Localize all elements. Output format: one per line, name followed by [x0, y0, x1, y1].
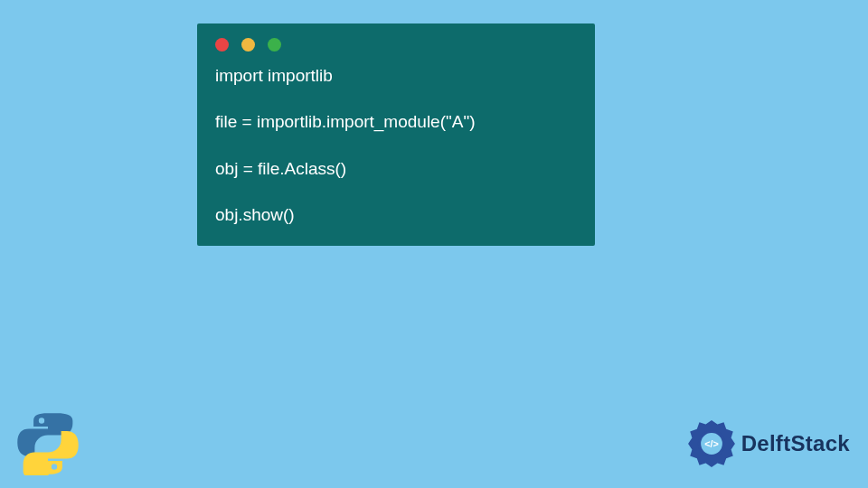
- python-icon: [16, 412, 80, 475]
- minimize-icon: [241, 38, 255, 52]
- code-line: obj.show(): [215, 205, 295, 224]
- window-titlebar: [215, 38, 577, 64]
- code-block: import importlib file = importlib.import…: [215, 64, 577, 226]
- close-icon: [215, 38, 229, 52]
- delftstack-icon: </>: [687, 419, 736, 468]
- code-line: import importlib: [215, 66, 333, 85]
- brand-name: DelftStack: [741, 431, 850, 456]
- code-line: file = importlib.import_module("A"): [215, 112, 476, 131]
- delftstack-brand: </> DelftStack: [687, 419, 850, 468]
- maximize-icon: [268, 38, 281, 52]
- code-window: import importlib file = importlib.import…: [197, 23, 595, 246]
- svg-text:</>: </>: [704, 438, 719, 449]
- code-line: obj = file.Aclass(): [215, 159, 346, 178]
